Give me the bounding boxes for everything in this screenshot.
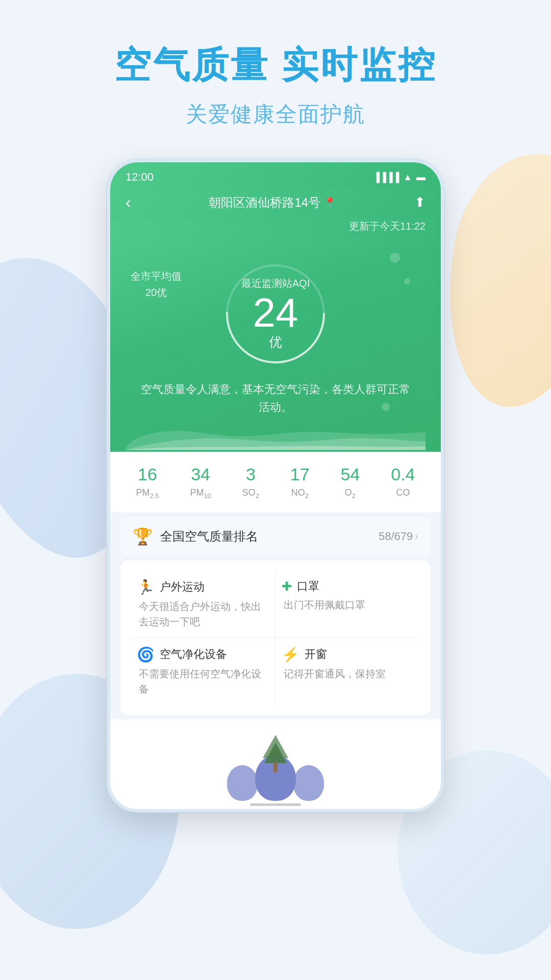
wifi-icon: ▲ [403, 172, 412, 183]
outdoor-icon: 🏃 [137, 579, 155, 596]
phone-mockup: 12:00 ▐▐▐▐ ▲ ▬ ‹ 朝阳区酒仙桥路14号 📍 ⬆ 更新于今天11:… [107, 159, 444, 812]
metric-o2-value: 54 [341, 464, 360, 484]
ranking-label: 全国空气质量排名 [160, 528, 258, 545]
metric-pm10-label: PM10 [190, 487, 211, 500]
metric-co-label: CO [396, 487, 410, 498]
back-button[interactable]: ‹ [126, 193, 131, 212]
mask-desc: 出门不用佩戴口罩 [282, 597, 414, 612]
home-indicator [250, 803, 301, 806]
page-container: 空气质量 实时监控 关爱健康全面护航 12:00 ▐▐▐▐ ▲ ▬ ‹ 朝阳区酒… [0, 0, 551, 812]
aqi-station-label: 最近监测站AQI [241, 277, 310, 290]
sub-title: 关爱健康全面护航 [186, 100, 365, 129]
aqi-quality: 优 [269, 333, 282, 351]
main-title: 空气质量 实时监控 [114, 41, 437, 90]
ranking-left: 🏆 全国空气质量排名 [133, 527, 258, 546]
city-avg: 全市平均值 20优 [131, 268, 182, 301]
aqi-description: 空气质量令人满意，基本无空气污染，各类人群可正常活动。 [126, 370, 425, 416]
chevron-right-icon: › [415, 530, 418, 542]
battery-icon: ▬ [416, 172, 425, 183]
status-icons: ▐▐▐▐ ▲ ▬ [373, 172, 425, 183]
status-time: 12:00 [126, 170, 154, 184]
ranking-section[interactable]: 🏆 全国空气质量排名 58/679 › [120, 517, 431, 556]
ranking-value: 58/679 › [379, 530, 418, 543]
outdoor-title: 户外运动 [160, 579, 205, 595]
location-title: 朝阳区酒仙桥路14号 📍 [209, 194, 336, 211]
aqi-section: 全市平均值 20优 最近监测站AQI 24 优 [110, 237, 441, 452]
phone-bottom [110, 801, 441, 809]
metric-so2-value: 3 [246, 464, 256, 484]
lifestyle-purifier-header: 🌀 空气净化设备 [137, 646, 269, 663]
window-title: 开窗 [305, 647, 327, 662]
app-header: ‹ 朝阳区酒仙桥路14号 📍 ⬆ [110, 188, 441, 219]
metric-o2: 54 O2 [341, 464, 360, 500]
location-text: 朝阳区酒仙桥路14号 [209, 194, 320, 211]
metric-pm25-value: 16 [138, 464, 157, 484]
trophy-icon: 🏆 [133, 527, 153, 546]
metric-pm10-value: 34 [191, 464, 210, 484]
lifestyle-outdoor: 🏃 户外运动 今天很适合户外运动，快出去运动一下吧 [131, 571, 276, 638]
outdoor-desc: 今天很适合户外运动，快出去运动一下吧 [137, 599, 269, 629]
metric-co-value: 0.4 [391, 464, 415, 484]
mask-title: 口罩 [297, 579, 319, 594]
lifestyle-window-header: ⚡ 开窗 [282, 646, 414, 663]
lifestyle-outdoor-header: 🏃 户外运动 [137, 579, 269, 596]
update-time: 更新于今天11:22 [110, 219, 441, 237]
metric-pm25-label: PM2.5 [136, 487, 159, 500]
location-pin-icon: 📍 [323, 197, 336, 209]
metric-no2-value: 17 [290, 464, 310, 484]
window-icon: ⚡ [282, 646, 299, 663]
share-button[interactable]: ⬆ [414, 194, 425, 210]
lifestyle-mask: ✚ 口罩 出门不用佩戴口罩 [276, 571, 420, 638]
metric-co: 0.4 CO [391, 464, 415, 500]
window-desc: 记得开窗通风，保持室 [282, 666, 414, 681]
lifestyle-section: 🏃 户外运动 今天很适合户外运动，快出去运动一下吧 ✚ 口罩 出门不用佩戴口罩 … [120, 560, 431, 715]
mask-icon: ✚ [282, 579, 292, 594]
metric-so2: 3 SO2 [242, 464, 259, 500]
signal-icon: ▐▐▐▐ [373, 172, 399, 183]
purifier-title: 空气净化设备 [160, 647, 227, 662]
metric-pm25: 16 PM2.5 [136, 464, 159, 500]
metric-no2: 17 NO2 [290, 464, 310, 500]
metrics-section: 16 PM2.5 34 PM10 3 SO2 17 NO2 54 O2 0.4 … [110, 452, 441, 512]
purifier-icon: 🌀 [137, 646, 155, 663]
svg-rect-4 [273, 762, 278, 772]
bottom-area [110, 719, 441, 801]
lifestyle-window: ⚡ 开窗 记得开窗通风，保持室 [276, 638, 420, 705]
metric-pm10: 34 PM10 [190, 464, 211, 500]
lifestyle-grid: 🏃 户外运动 今天很适合户外运动，快出去运动一下吧 ✚ 口罩 出门不用佩戴口罩 … [131, 571, 420, 705]
metric-so2-label: SO2 [242, 487, 259, 500]
aqi-circle: 最近监测站AQI 24 优 [219, 258, 332, 370]
aqi-value: 24 [253, 292, 298, 333]
lifestyle-purifier: 🌀 空气净化设备 不需要使用任何空气净化设备 [131, 638, 276, 705]
status-bar: 12:00 ▐▐▐▐ ▲ ▬ [110, 162, 441, 188]
metric-o2-label: O2 [345, 487, 356, 500]
metric-no2-label: NO2 [291, 487, 309, 500]
aqi-circle-container: 最近监测站AQI 24 优 [126, 248, 425, 370]
purifier-desc: 不需要使用任何空气净化设备 [137, 666, 269, 697]
lifestyle-mask-header: ✚ 口罩 [282, 579, 414, 594]
